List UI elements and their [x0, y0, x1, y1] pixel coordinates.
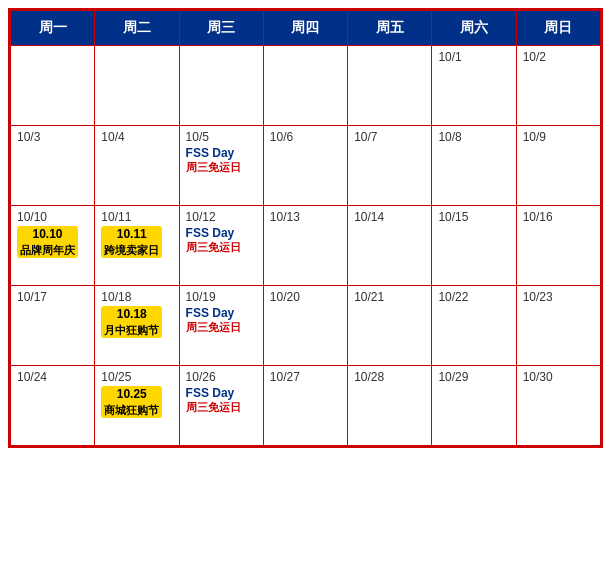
- calendar-cell: 10/8: [432, 126, 516, 206]
- calendar-cell: 10/5FSS Day周三免运日: [179, 126, 263, 206]
- date-label: 10/6: [270, 130, 341, 144]
- fss-event: FSS Day周三免运日: [186, 226, 257, 255]
- calendar-cell: 10/6: [263, 126, 347, 206]
- date-label: 10/22: [438, 290, 509, 304]
- calendar-cell: [11, 46, 95, 126]
- calendar-cell: 10/9: [516, 126, 600, 206]
- calendar-cell: 10/1110.11跨境卖家日: [95, 206, 179, 286]
- week-row: 10/2410/2510.25商城狂购节10/26FSS Day周三免运日10/…: [11, 366, 601, 446]
- calendar-cell: 10/13: [263, 206, 347, 286]
- calendar-cell: 10/1810.18月中狂购节: [95, 286, 179, 366]
- calendar-cell: 10/28: [348, 366, 432, 446]
- date-label: 10/11: [101, 210, 172, 224]
- date-label: 10/9: [523, 130, 594, 144]
- date-label: 10/26: [186, 370, 257, 384]
- calendar-cell: 10/3: [11, 126, 95, 206]
- week-row: 10/310/410/5FSS Day周三免运日10/610/710/810/9: [11, 126, 601, 206]
- date-label: 10/10: [17, 210, 88, 224]
- calendar-cell: 10/14: [348, 206, 432, 286]
- date-label: 10/8: [438, 130, 509, 144]
- event-badge: 10.11跨境卖家日: [101, 226, 162, 258]
- date-label: 10/18: [101, 290, 172, 304]
- calendar-cell: 10/20: [263, 286, 347, 366]
- calendar-cell: 10/30: [516, 366, 600, 446]
- date-label: 10/29: [438, 370, 509, 384]
- date-label: 10/17: [17, 290, 88, 304]
- calendar-cell: 10/17: [11, 286, 95, 366]
- fss-event: FSS Day周三免运日: [186, 146, 257, 175]
- fss-event: FSS Day周三免运日: [186, 306, 257, 335]
- week-row: 10/1710/1810.18月中狂购节10/19FSS Day周三免运日10/…: [11, 286, 601, 366]
- date-label: 10/4: [101, 130, 172, 144]
- date-label: 10/14: [354, 210, 425, 224]
- date-label: 10/5: [186, 130, 257, 144]
- date-label: 10/15: [438, 210, 509, 224]
- date-label: 10/30: [523, 370, 594, 384]
- calendar-cell: 10/2510.25商城狂购节: [95, 366, 179, 446]
- calendar-cell: 10/27: [263, 366, 347, 446]
- event-badge: 10.25商城狂购节: [101, 386, 162, 418]
- calendar-cell: [348, 46, 432, 126]
- header-cell: 周日: [516, 11, 600, 46]
- date-label: 10/7: [354, 130, 425, 144]
- date-label: 10/21: [354, 290, 425, 304]
- date-label: 10/19: [186, 290, 257, 304]
- calendar-container: 周一周二周三周四周五周六周日 10/110/210/310/410/5FSS D…: [8, 8, 603, 448]
- calendar-cell: 10/4: [95, 126, 179, 206]
- header-cell: 周四: [263, 11, 347, 46]
- week-row: 10/1010.10品牌周年庆10/1110.11跨境卖家日10/12FSS D…: [11, 206, 601, 286]
- calendar-cell: 10/7: [348, 126, 432, 206]
- calendar-cell: 10/15: [432, 206, 516, 286]
- date-label: 10/3: [17, 130, 88, 144]
- calendar-cell: [179, 46, 263, 126]
- calendar-cell: 10/19FSS Day周三免运日: [179, 286, 263, 366]
- event-badge: 10.18月中狂购节: [101, 306, 162, 338]
- date-label: 10/12: [186, 210, 257, 224]
- date-label: 10/28: [354, 370, 425, 384]
- date-label: 10/27: [270, 370, 341, 384]
- calendar-cell: 10/23: [516, 286, 600, 366]
- header-cell: 周五: [348, 11, 432, 46]
- calendar-cell: 10/24: [11, 366, 95, 446]
- calendar-cell: 10/2: [516, 46, 600, 126]
- calendar-cell: 10/12FSS Day周三免运日: [179, 206, 263, 286]
- date-label: 10/13: [270, 210, 341, 224]
- header-cell: 周二: [95, 11, 179, 46]
- date-label: 10/16: [523, 210, 594, 224]
- date-label: 10/23: [523, 290, 594, 304]
- calendar-cell: 10/1010.10品牌周年庆: [11, 206, 95, 286]
- calendar-cell: 10/21: [348, 286, 432, 366]
- date-label: 10/2: [523, 50, 594, 64]
- fss-event: FSS Day周三免运日: [186, 386, 257, 415]
- calendar-cell: 10/29: [432, 366, 516, 446]
- event-badge: 10.10品牌周年庆: [17, 226, 78, 258]
- calendar-cell: 10/22: [432, 286, 516, 366]
- date-label: 10/25: [101, 370, 172, 384]
- calendar-cell: [95, 46, 179, 126]
- week-row: 10/110/2: [11, 46, 601, 126]
- date-label: 10/24: [17, 370, 88, 384]
- calendar-cell: 10/16: [516, 206, 600, 286]
- calendar-header-row: 周一周二周三周四周五周六周日: [11, 11, 601, 46]
- header-cell: 周三: [179, 11, 263, 46]
- calendar-cell: 10/26FSS Day周三免运日: [179, 366, 263, 446]
- calendar-cell: 10/1: [432, 46, 516, 126]
- date-label: 10/20: [270, 290, 341, 304]
- calendar-cell: [263, 46, 347, 126]
- date-label: 10/1: [438, 50, 509, 64]
- header-cell: 周一: [11, 11, 95, 46]
- header-cell: 周六: [432, 11, 516, 46]
